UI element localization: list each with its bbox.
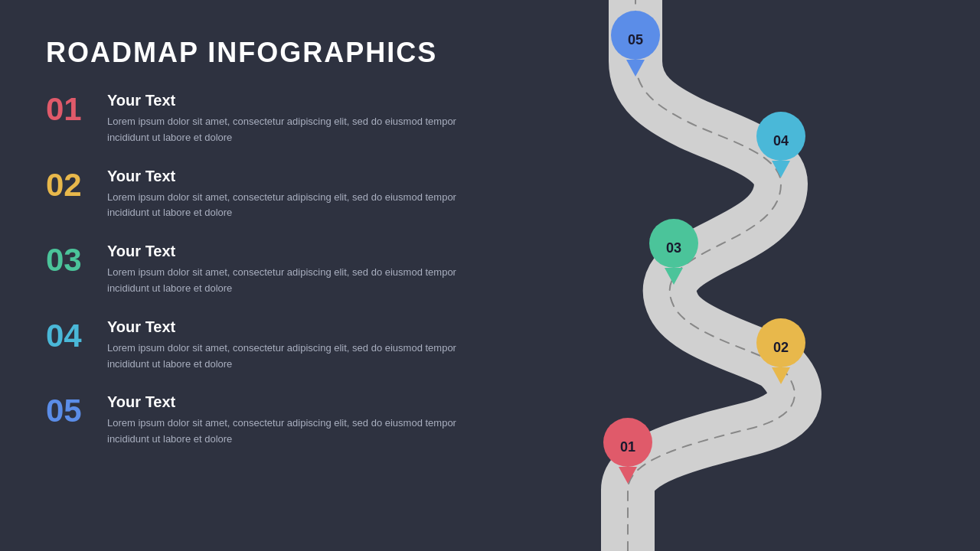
item-content-05: Your Text Lorem ipsum dolor sit amet, co… bbox=[107, 393, 475, 448]
item-number-02: 02 bbox=[46, 169, 107, 201]
road-graphic: 01 02 03 04 05 bbox=[536, 0, 980, 551]
item-desc-02: Lorem ipsum dolor sit amet, consectetur … bbox=[107, 190, 475, 222]
items-list: 01 Your Text Lorem ipsum dolor sit amet,… bbox=[46, 92, 475, 469]
item-title-04: Your Text bbox=[107, 318, 475, 336]
svg-text:03: 03 bbox=[666, 240, 681, 256]
item-desc-05: Lorem ipsum dolor sit amet, consectetur … bbox=[107, 416, 475, 448]
svg-text:05: 05 bbox=[628, 32, 643, 47]
list-item-01: 01 Your Text Lorem ipsum dolor sit amet,… bbox=[46, 92, 475, 146]
item-number-03: 03 bbox=[46, 244, 107, 276]
svg-text:04: 04 bbox=[773, 133, 789, 148]
list-item-04: 04 Your Text Lorem ipsum dolor sit amet,… bbox=[46, 318, 475, 373]
list-item-03: 03 Your Text Lorem ipsum dolor sit amet,… bbox=[46, 243, 475, 297]
item-content-04: Your Text Lorem ipsum dolor sit amet, co… bbox=[107, 318, 475, 373]
list-item-02: 02 Your Text Lorem ipsum dolor sit amet,… bbox=[46, 168, 475, 222]
item-content-01: Your Text Lorem ipsum dolor sit amet, co… bbox=[107, 92, 475, 146]
item-desc-01: Lorem ipsum dolor sit amet, consectetur … bbox=[107, 114, 475, 146]
item-desc-03: Lorem ipsum dolor sit amet, consectetur … bbox=[107, 265, 475, 297]
item-title-01: Your Text bbox=[107, 92, 475, 109]
item-number-05: 05 bbox=[46, 395, 107, 427]
item-title-02: Your Text bbox=[107, 168, 475, 185]
item-desc-04: Lorem ipsum dolor sit amet, consectetur … bbox=[107, 341, 475, 373]
item-number-01: 01 bbox=[46, 93, 107, 126]
item-title-03: Your Text bbox=[107, 243, 475, 260]
item-content-03: Your Text Lorem ipsum dolor sit amet, co… bbox=[107, 243, 475, 297]
item-content-02: Your Text Lorem ipsum dolor sit amet, co… bbox=[107, 168, 475, 222]
svg-text:01: 01 bbox=[620, 439, 635, 455]
page-title: ROADMAP INFOGRAPHICS bbox=[46, 37, 437, 69]
list-item-05: 05 Your Text Lorem ipsum dolor sit amet,… bbox=[46, 393, 475, 448]
item-number-04: 04 bbox=[46, 320, 107, 352]
item-title-05: Your Text bbox=[107, 393, 475, 411]
svg-text:02: 02 bbox=[773, 340, 789, 355]
